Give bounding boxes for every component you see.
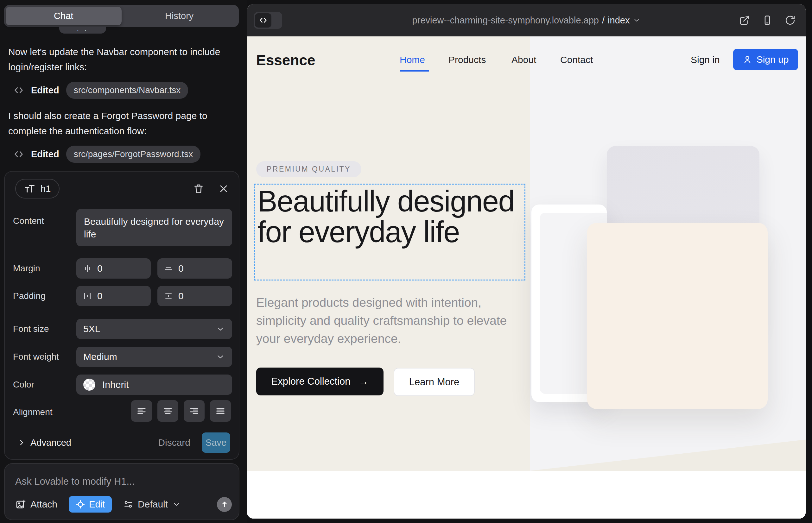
margin-vertical-icon xyxy=(164,264,173,273)
margin-x-value: 0 xyxy=(97,263,103,274)
chevron-down-icon xyxy=(633,16,640,24)
font-size-label: Font size xyxy=(13,324,49,334)
align-justify-button[interactable] xyxy=(210,400,231,422)
app-root: Chat History · · Now let's update the Na… xyxy=(0,0,812,523)
close-panel-icon[interactable] xyxy=(218,183,229,194)
explore-collection-button[interactable]: Explore Collection → xyxy=(256,367,384,395)
edited-label: Edited xyxy=(31,85,59,96)
font-size-value: 5XL xyxy=(83,324,100,334)
chat-history-tabs: Chat History xyxy=(4,5,239,27)
padding-y-input[interactable]: 0 xyxy=(157,286,232,306)
margin-y-input[interactable]: 0 xyxy=(157,258,232,278)
mobile-view-icon[interactable] xyxy=(762,15,773,26)
url-separator: / xyxy=(602,15,604,26)
tab-history[interactable]: History xyxy=(122,7,237,25)
content-label: Content xyxy=(13,216,44,226)
element-editor-panel: h1 Content Beautifully designed for ever… xyxy=(4,171,240,460)
edited-file-row: Edited src/components/Navbar.tsx xyxy=(13,81,188,100)
sign-up-label: Sign up xyxy=(757,54,789,65)
sign-in-link[interactable]: Sign in xyxy=(691,54,720,65)
edit-mode-button[interactable]: Edit xyxy=(69,496,112,512)
padding-x-input[interactable]: 0 xyxy=(76,286,151,306)
color-select[interactable]: Inherit xyxy=(76,375,232,395)
site-logo: Essence xyxy=(256,52,315,69)
learn-more-button[interactable]: Learn More xyxy=(394,368,475,396)
margin-x-input[interactable]: 0 xyxy=(76,258,151,278)
default-label: Default xyxy=(138,499,168,510)
default-mode-button[interactable]: Default xyxy=(123,499,180,510)
site-preview: Essence Home Products About Contact Sign… xyxy=(247,36,806,519)
refresh-icon[interactable] xyxy=(785,15,796,26)
target-icon xyxy=(76,500,85,509)
edit-label: Edit xyxy=(89,499,105,510)
font-size-select[interactable]: 5XL xyxy=(76,319,232,339)
send-button[interactable] xyxy=(217,497,232,512)
nav-link-products[interactable]: Products xyxy=(448,54,486,65)
margin-label: Margin xyxy=(13,264,40,273)
color-value: Inherit xyxy=(102,379,128,390)
sliders-icon xyxy=(123,499,133,509)
sign-up-button[interactable]: Sign up xyxy=(733,49,798,70)
font-weight-select[interactable]: Medium xyxy=(76,347,232,367)
hero-section: Essence Home Products About Contact Sign… xyxy=(247,36,806,471)
nav-link-about[interactable]: About xyxy=(511,54,536,65)
edited-label: Edited xyxy=(31,149,59,160)
chat-input[interactable] xyxy=(15,473,224,490)
advanced-toggle[interactable]: Advanced xyxy=(17,437,71,448)
chevron-down-icon xyxy=(172,500,180,508)
nav-link-home[interactable]: Home xyxy=(400,54,425,65)
selected-element-chip: h1 xyxy=(15,179,59,198)
save-button[interactable]: Save xyxy=(202,432,230,453)
align-right-button[interactable] xyxy=(184,400,205,422)
composer-toolbar: Attach Edit Default xyxy=(15,495,232,513)
explore-collection-label: Explore Collection xyxy=(271,376,351,387)
align-left-button[interactable] xyxy=(131,400,152,422)
font-weight-label: Font weight xyxy=(13,352,59,362)
attach-label: Attach xyxy=(30,499,57,510)
image-plus-icon xyxy=(15,499,26,510)
padding-horizontal-icon xyxy=(83,291,92,301)
attach-button[interactable]: Attach xyxy=(15,499,57,510)
edited-file-badge[interactable]: src/pages/ForgotPassword.tsx xyxy=(66,146,201,163)
alignment-label: Alignment xyxy=(13,407,53,417)
code-preview-toggle[interactable] xyxy=(254,12,282,29)
color-swatch xyxy=(83,379,95,391)
url-domain: preview--charming-site-symphony.lovable.… xyxy=(412,15,599,26)
nav-link-contact[interactable]: Contact xyxy=(560,54,593,65)
font-weight-value: Medium xyxy=(83,351,117,362)
open-in-new-tab-icon[interactable] xyxy=(739,15,750,26)
browser-actions xyxy=(739,15,796,26)
ellipsis-dots: · · xyxy=(77,26,89,34)
hero-product-card-beige xyxy=(587,223,768,409)
chat-composer: Attach Edit Default xyxy=(4,463,240,520)
hero-heading[interactable]: Beautifully designed for everyday life xyxy=(258,186,520,247)
advanced-label: Advanced xyxy=(30,437,71,448)
align-center-button[interactable] xyxy=(157,400,178,422)
active-nav-underline xyxy=(400,70,429,72)
selected-element-tag: h1 xyxy=(40,184,51,194)
assistant-message: I should also create a Forgot Password p… xyxy=(8,108,221,139)
url-breadcrumb[interactable]: preview--charming-site-symphony.lovable.… xyxy=(412,15,641,26)
hero-paragraph: Elegant products designed with intention… xyxy=(256,293,513,348)
margin-horizontal-icon xyxy=(83,264,92,273)
chevron-right-icon xyxy=(17,438,26,447)
edited-file-row: Edited src/pages/ForgotPassword.tsx xyxy=(13,145,200,163)
editor-header: h1 xyxy=(5,172,239,206)
preview-browser: preview--charming-site-symphony.lovable.… xyxy=(247,4,806,519)
padding-label: Padding xyxy=(13,291,46,301)
discard-button[interactable]: Discard xyxy=(158,437,190,448)
assistant-message: Now let's update the Navbar component to… xyxy=(8,44,221,75)
edited-file-badge[interactable]: src/components/Navbar.tsx xyxy=(66,82,189,99)
delete-element-button[interactable] xyxy=(193,183,205,195)
arrow-up-icon xyxy=(220,500,229,508)
chevron-down-icon xyxy=(216,352,225,362)
arrow-right-icon: → xyxy=(358,376,368,387)
padding-vertical-icon xyxy=(164,291,173,301)
code-icon xyxy=(255,13,271,28)
tab-chat[interactable]: Chat xyxy=(6,7,122,25)
padding-y-value: 0 xyxy=(178,291,184,301)
margin-y-value: 0 xyxy=(178,263,184,274)
padding-x-value: 0 xyxy=(97,291,103,301)
content-input[interactable]: Beautifully designed for everyday life xyxy=(76,209,232,246)
scrolled-chip-remnant: · · xyxy=(59,26,106,34)
